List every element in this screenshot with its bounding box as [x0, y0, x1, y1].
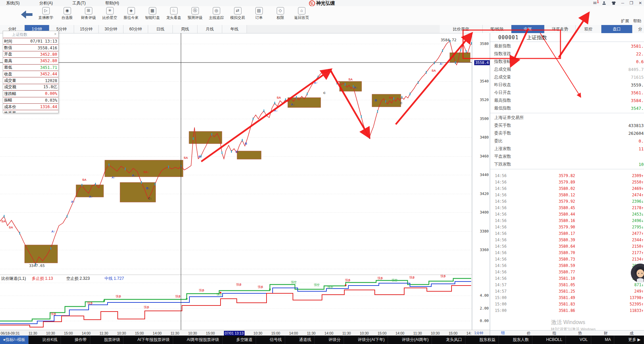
- back-arrow-button[interactable]: [20, 10, 33, 19]
- view-tab[interactable]: 盘口: [601, 25, 632, 33]
- toolbar-link[interactable]: 扩展: [621, 18, 629, 24]
- toolbar-button[interactable]: ◉自选股: [56, 7, 78, 20]
- minimize-icon[interactable]: ─: [621, 0, 624, 6]
- monitor-icon: ▦: [149, 7, 156, 15]
- toolbar-button[interactable]: ◇权限: [270, 7, 291, 20]
- period-tab[interactable]: 周线: [173, 25, 198, 33]
- menu-item[interactable]: 分析(A): [39, 0, 53, 6]
- panel-tab[interactable]: 价: [527, 331, 531, 336]
- main-chart[interactable]: SASAA↑A↑SAA↑A↑A↓SA↓B↓C↓SAA↑A↑BA↓SAA↓A↑CS…: [0, 33, 472, 330]
- user-icon[interactable]: [602, 1, 606, 5]
- view-tab[interactable]: 比价星空: [440, 25, 483, 33]
- tick-row: 15:003581.8352395↑: [490, 301, 644, 307]
- tooltip-header[interactable]: 上证指数 ×: [3, 31, 58, 38]
- svg-text:强多: 强多: [116, 295, 121, 298]
- svg-text:B: B: [375, 99, 377, 102]
- bottom-bar-item[interactable]: 股票评级: [101, 336, 123, 344]
- toolbar-button[interactable]: ▤订单: [248, 7, 270, 20]
- svg-text:C↓: C↓: [148, 197, 152, 200]
- toolbar-button[interactable]: ✳比价星空: [99, 7, 120, 20]
- view-tab[interactable]: 双控: [576, 25, 601, 33]
- bottom-bar-item[interactable]: 信号线: [267, 336, 285, 344]
- svg-text:多止损 1.13: 多止损 1.13: [32, 276, 53, 281]
- maximize-icon[interactable]: ❐: [629, 0, 633, 6]
- period-tab[interactable]: 日线: [148, 25, 173, 33]
- svg-text:强多: 强多: [236, 283, 242, 286]
- view-tab[interactable]: 详尽走势: [545, 25, 576, 33]
- shirt-icon[interactable]: [612, 1, 616, 5]
- svg-text:SA: SA: [277, 96, 281, 99]
- toolbar-button[interactable]: ▷直播教学: [35, 7, 56, 20]
- toolbar-button[interactable]: Ⓐ预测评级: [184, 7, 206, 20]
- bottom-bar-item[interactable]: 评级分(AI两年): [399, 336, 432, 344]
- toolbar-button[interactable]: ▦智能盯盘: [142, 7, 163, 20]
- panel-tab[interactable]: 细: [501, 330, 505, 336]
- quote-row: 昨日收盘3559.: [490, 81, 644, 89]
- ohlc-tooltip: 上证指数 × 时间07/01 13:13数值3558.416开盘3452.80最…: [3, 31, 59, 113]
- view-tab[interactable]: 笔/线段: [483, 25, 511, 33]
- axis-label: 2.00: [480, 306, 489, 311]
- toolbar-button[interactable]: ◎主线追踪: [206, 7, 227, 20]
- svg-text:SA: SA: [82, 178, 87, 181]
- bottom-bar-item[interactable]: 多空隧道: [233, 336, 256, 344]
- menu-item[interactable]: 帮助(H): [105, 0, 119, 6]
- toolbar-button[interactable]: ◈股往今來: [120, 7, 142, 20]
- quote-row: 委买手数433813: [490, 122, 644, 129]
- toolbar-button[interactable]: ⇄模拟交易: [227, 7, 248, 20]
- view-tab[interactable]: 中枢: [511, 25, 545, 33]
- stock-icon: ◉: [64, 7, 71, 15]
- bottom-bar-item[interactable]: 评级分: [325, 336, 344, 344]
- tick-row: 14:563580.642150↑: [490, 243, 644, 249]
- toolbar-link[interactable]: 帮助: [633, 18, 641, 24]
- view-tab[interactable]: 分: [632, 25, 644, 33]
- bottom-bar-item[interactable]: VOL: [577, 336, 591, 344]
- tooltip-row: 成本价1316.44: [3, 104, 58, 110]
- toolbar-button[interactable]: ⊞财务评级: [78, 7, 99, 20]
- toolbar-button[interactable]: ♘龙头看盘: [163, 7, 184, 20]
- bottom-bar-item[interactable]: HCBOLL: [543, 336, 566, 344]
- period-tab[interactable]: 30分钟: [99, 25, 123, 33]
- bottom-bar-item[interactable]: AI下年报股票评级: [134, 336, 173, 344]
- time-label: 15:00: [378, 331, 387, 335]
- time-label: 10:30: [253, 331, 262, 335]
- bottom-bar-item[interactable]: 股东权益: [476, 336, 499, 344]
- svg-text:A↑: A↑: [71, 200, 75, 203]
- cube-icon: ◈: [128, 7, 135, 15]
- bottom-bar-item[interactable]: 通道线: [296, 336, 315, 344]
- mail-icon[interactable]: ✉1: [593, 0, 597, 6]
- period-tab[interactable]: 年线: [222, 25, 247, 33]
- quote-panel: 000001 上证指数 最新指数3581.指数涨跌22.指数涨幅0.6总成交额8…: [490, 33, 644, 336]
- bottom-bar-item[interactable]: 龙头风口: [443, 336, 465, 344]
- quote-header: 000001 上证指数: [490, 33, 644, 42]
- bottom-bar-item[interactable]: 比价K线: [40, 336, 61, 344]
- assistant-avatar[interactable]: [630, 263, 644, 283]
- period-tab[interactable]: 60分钟: [123, 25, 148, 33]
- quote-row: 今日开盘3561.: [490, 89, 644, 97]
- toolbar-button[interactable]: ⌂返回首页: [291, 7, 312, 20]
- quote-row: 平盘家数: [490, 153, 644, 161]
- menu-item[interactable]: 工具(T): [72, 0, 86, 6]
- bottom-bar-item[interactable]: 股东人数: [510, 336, 532, 344]
- panel-tab[interactable]: 财: [604, 331, 608, 336]
- bottom-bar-item[interactable]: 更多 ▶: [625, 336, 644, 344]
- period-tab[interactable]: 15分钟: [74, 25, 99, 33]
- svg-text:强多: 强多: [144, 305, 150, 309]
- divider: [490, 169, 644, 169]
- tooltip-close-icon[interactable]: ×: [54, 32, 56, 36]
- svg-text:强空: 强空: [327, 286, 333, 289]
- close-icon[interactable]: ✕: [639, 0, 642, 6]
- bottom-bar-item[interactable]: ●指标/○模板: [0, 336, 29, 344]
- menu-item[interactable]: 系统(S): [6, 0, 20, 6]
- time-label: 11:30: [307, 331, 316, 335]
- time-labels: 06/18-09:3111:3010:3015:0014:0011:3010:3…: [1, 330, 472, 336]
- bottom-bar-item[interactable]: AI两年报股票评级: [184, 336, 222, 344]
- panel-tab[interactable]: 指: [552, 331, 556, 336]
- bottom-bar-item[interactable]: MA: [602, 336, 614, 344]
- axis-label: 3420: [480, 192, 489, 196]
- panel-tab[interactable]: 成: [629, 331, 634, 336]
- time-label: 14:00: [324, 331, 333, 335]
- panel-tab[interactable]: 势: [578, 331, 582, 336]
- bottom-bar-item[interactable]: 评级分(AI下年): [355, 336, 388, 344]
- period-tab[interactable]: 月线: [198, 25, 222, 33]
- bottom-bar-item[interactable]: 操作带: [72, 336, 90, 344]
